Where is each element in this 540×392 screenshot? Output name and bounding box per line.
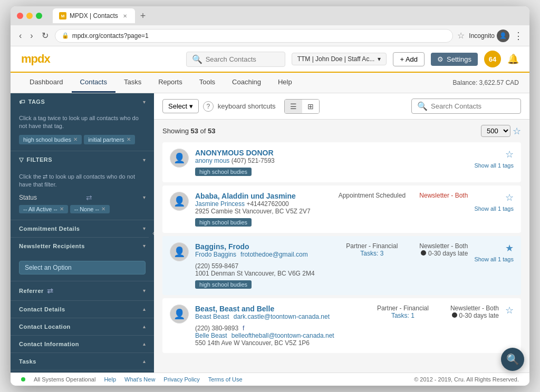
bell-button[interactable]: 🔔 [507, 53, 519, 65]
privacy-link[interactable]: Privacy Policy [163, 376, 199, 383]
status-badge-none[interactable]: -- None -- ✕ [70, 205, 110, 213]
address-bar: ‹ › ↻ 🔒 mpdx.org/contacts?page=1 ☆ Incog… [11, 25, 529, 46]
status-chevron-icon[interactable]: ▾ [143, 194, 146, 200]
filters-section-header[interactable]: ▽ FILTERS ▾ [11, 151, 154, 169]
contact-name[interactable]: Ababa, Aladdin und Jasmine [195, 192, 329, 200]
settings-button[interactable]: ⚙ Settings [431, 53, 478, 66]
header-search-input[interactable] [206, 55, 279, 63]
nav-reports[interactable]: Reports [150, 73, 191, 93]
show-tags-link[interactable]: Show all 1 tags [474, 256, 514, 262]
contact-information-header[interactable]: Contact Information ▴ [11, 336, 154, 352]
referrer-section-header[interactable]: Referrer ⇄ ▾ [11, 281, 154, 300]
show-tags-link[interactable]: Show all 1 tags [474, 205, 514, 212]
show-tags-link[interactable]: Show all 1 tags [474, 162, 514, 169]
fab-search-button[interactable]: 🔍 [501, 348, 524, 371]
contact-information-chevron-icon: ▴ [143, 341, 146, 347]
nav-help[interactable]: Help [269, 73, 301, 93]
maximize-button[interactable] [36, 13, 42, 19]
contact-name[interactable]: Baggins, Frodo [195, 242, 329, 251]
tasks-link[interactable]: Tasks: 1 [366, 312, 440, 319]
per-page-select[interactable]: 500 [481, 125, 510, 137]
contact-sub[interactable]: anony mous [195, 157, 229, 164]
balance-display: Balance: 3,622.57 CAD [453, 79, 519, 86]
select-button[interactable]: Select ▾ [162, 99, 199, 113]
tags-section-header[interactable]: 🏷 TAGS ▾ [11, 93, 154, 110]
sidebar-collapse-button[interactable]: « [149, 221, 154, 244]
help-icon[interactable]: ? [203, 101, 214, 112]
notifications-button[interactable]: 64 [484, 51, 501, 67]
contact-location-header[interactable]: Contact Location ▴ [11, 318, 154, 335]
star-button[interactable]: ☆ [505, 149, 514, 160]
tab-close-button[interactable]: ✕ [121, 12, 129, 19]
contact-name[interactable]: Beast, Beast and Belle [195, 305, 360, 313]
star-button[interactable]: ☆ [505, 305, 514, 316]
contact-sub2[interactable]: Belle Beast [195, 332, 227, 339]
nav-dashboard[interactable]: Dashboard [21, 73, 72, 93]
contact-sub[interactable]: Frodo Baggins [195, 251, 236, 258]
contact-sub[interactable]: Jasmine Princess [195, 200, 245, 208]
badge-remove-icon[interactable]: ✕ [101, 206, 105, 212]
contact-information-title: Contact Information [19, 341, 79, 347]
terms-link[interactable]: Terms of Use [208, 376, 243, 383]
commitment-section-header[interactable]: Commitment Details ▾ [11, 220, 154, 237]
contact-late: 0-30 days late [419, 250, 468, 257]
tag-remove-icon[interactable]: ✕ [73, 136, 78, 142]
newsletter-section-header[interactable]: Newsletter Recipients ▾ [11, 238, 154, 254]
new-tab-button[interactable]: + [137, 11, 149, 22]
content-toolbar: Select ▾ ? keyboard shortcuts ☰ ⊞ 🔍 [154, 93, 529, 120]
help-link[interactable]: Help [104, 376, 116, 383]
contact-sub1[interactable]: Beast Beast [195, 313, 229, 320]
tasks-section-header[interactable]: Tasks ▴ [11, 353, 154, 370]
nav-coaching[interactable]: Coaching [224, 73, 269, 93]
bookmark-button[interactable]: ☆ [457, 31, 465, 41]
newsletter-select[interactable]: Select an Option [19, 261, 146, 275]
nav-contacts[interactable]: Contacts [72, 73, 115, 93]
contact-details-header[interactable]: Contact Details ▴ [11, 301, 154, 318]
contact-tag[interactable]: high school budies [195, 218, 252, 227]
tag-remove-icon[interactable]: ✕ [127, 136, 131, 142]
contact-tag[interactable]: high school budies [195, 280, 252, 289]
app-logo[interactable]: mpdx [21, 52, 50, 66]
add-button[interactable]: + Add [393, 52, 425, 66]
search-contacts-input[interactable] [431, 102, 515, 110]
contact-email[interactable]: frotothedoe@gmail.com [240, 251, 308, 258]
incognito-avatar: 👤 [497, 30, 509, 42]
status-swap-icon[interactable]: ⇄ [86, 193, 92, 202]
filters-section-body: Click the ⇄ to look up all contacts who … [11, 169, 154, 220]
forward-button[interactable]: › [28, 29, 35, 43]
reload-button[interactable]: ↻ [40, 28, 51, 43]
star-button[interactable]: ☆ [505, 192, 514, 203]
tag-initial-partners[interactable]: initial partners ✕ [84, 135, 134, 144]
contact-newsletter: Newsletter - Both [419, 192, 468, 199]
contact-row: 👤 Baggins, Frodo Frodo Baggins frotothed… [162, 236, 521, 295]
active-tab[interactable]: M MPDX | Contacts ✕ [53, 8, 135, 23]
contact-email1[interactable]: dark.castle@toontown-canada.net [234, 313, 330, 320]
contact-list: 👤 ANONYMOUS DONOR anony mous (407) 521-7… [154, 142, 529, 365]
star-button[interactable]: ★ [505, 242, 514, 254]
grid-view-button[interactable]: ⊞ [302, 100, 319, 113]
status-text: All Systems Operational [34, 376, 95, 383]
account-selector[interactable]: TTM | John Doe | Staff Ac... ▾ [292, 53, 387, 65]
status-badge-all-active[interactable]: -- All Active -- ✕ [19, 205, 68, 213]
facebook-icon[interactable]: f [243, 325, 244, 332]
badge-remove-icon[interactable]: ✕ [60, 206, 64, 212]
whats-new-link[interactable]: What's New [124, 376, 155, 383]
tasks-link[interactable]: Tasks: 3 [335, 250, 409, 257]
tasks-section-title: Tasks [19, 358, 36, 365]
contact-name[interactable]: ANONYMOUS DONOR [195, 149, 468, 157]
url-bar[interactable]: 🔒 mpdx.org/contacts?page=1 [55, 29, 454, 43]
save-search-button[interactable]: ☆ [513, 125, 521, 137]
referrer-swap-icon[interactable]: ⇄ [47, 287, 54, 295]
contact-tag[interactable]: high school budies [195, 168, 252, 176]
content-area: Select ▾ ? keyboard shortcuts ☰ ⊞ 🔍 Show… [154, 93, 529, 373]
contact-email2[interactable]: belleoftheball@toontown-canada.net [232, 332, 334, 339]
close-button[interactable] [17, 13, 23, 19]
nav-tools[interactable]: Tools [191, 73, 224, 93]
contact-details-chevron-icon: ▴ [143, 306, 146, 312]
nav-tasks[interactable]: Tasks [115, 73, 150, 93]
minimize-button[interactable] [26, 13, 33, 19]
tag-high-school[interactable]: high school budies ✕ [19, 135, 82, 144]
back-button[interactable]: ‹ [17, 29, 24, 43]
browser-menu-button[interactable]: ⋮ [514, 30, 523, 42]
list-view-button[interactable]: ☰ [285, 100, 302, 113]
